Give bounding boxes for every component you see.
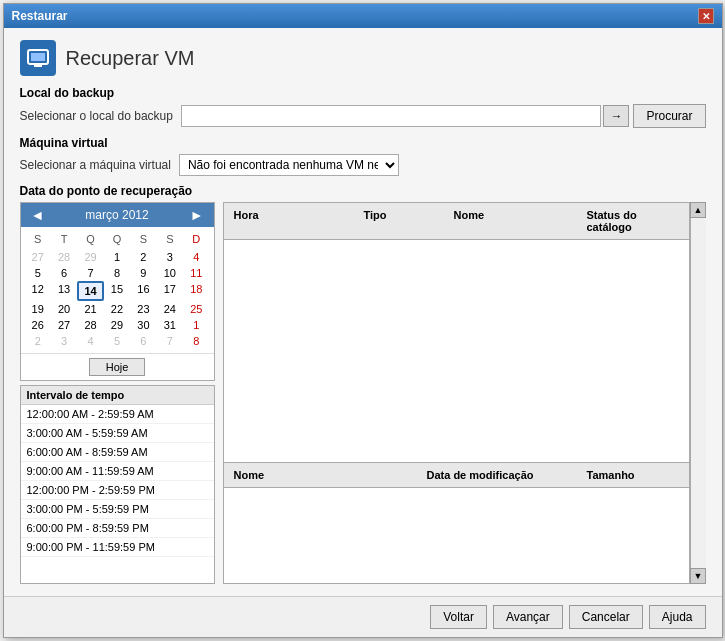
cal-day[interactable]: 29: [77, 249, 103, 265]
list-item[interactable]: 12:00:00 PM - 2:59:59 PM: [21, 481, 214, 500]
cal-day[interactable]: 16: [130, 281, 156, 301]
cal-day[interactable]: 12: [25, 281, 51, 301]
backup-section-label: Local do backup: [20, 86, 706, 100]
list-item[interactable]: 6:00:00 AM - 8:59:59 AM: [21, 443, 214, 462]
today-button[interactable]: Hoje: [89, 358, 146, 376]
cal-day[interactable]: 7: [157, 333, 183, 349]
day-header-s2: S: [130, 231, 156, 247]
right-panel: Hora Tipo Nome Status do catálogo Nome D…: [223, 202, 690, 584]
prev-month-button[interactable]: ◄: [27, 207, 49, 223]
cal-week-6: 2 3 4 5 6 7 8: [25, 333, 210, 349]
dialog: Restaurar ✕ Recuperar VM Local do backup…: [3, 3, 723, 638]
list-item[interactable]: 9:00:00 PM - 11:59:59 PM: [21, 538, 214, 557]
scrollbar-track: [691, 218, 706, 568]
cal-day[interactable]: 4: [77, 333, 103, 349]
cal-week-2: 5 6 7 8 9 10 11: [25, 265, 210, 281]
cal-day[interactable]: 11: [183, 265, 209, 281]
footer: Voltar Avançar Cancelar Ajuda: [4, 596, 722, 637]
cal-day[interactable]: 10: [157, 265, 183, 281]
recovery-body: ◄ março 2012 ► S T Q Q S S D: [20, 202, 706, 584]
list-item[interactable]: 3:00:00 AM - 5:59:59 AM: [21, 424, 214, 443]
lower-table-header: Nome Data de modificação Tamanho: [224, 463, 689, 488]
list-item[interactable]: 12:00:00 AM - 2:59:59 AM: [21, 405, 214, 424]
cal-day[interactable]: 1: [104, 249, 130, 265]
col-tipo: Tipo: [360, 207, 450, 235]
cal-day[interactable]: 27: [25, 249, 51, 265]
cal-day[interactable]: 8: [104, 265, 130, 281]
list-item[interactable]: 9:00:00 AM - 11:59:59 AM: [21, 462, 214, 481]
cal-day[interactable]: 9: [130, 265, 156, 281]
cal-day[interactable]: 3: [51, 333, 77, 349]
next-month-button[interactable]: ►: [186, 207, 208, 223]
day-header-d: D: [183, 231, 209, 247]
next-button[interactable]: Avançar: [493, 605, 563, 629]
cal-day[interactable]: 20: [51, 301, 77, 317]
calendar-header: ◄ março 2012 ►: [21, 203, 214, 227]
upper-table-header: Hora Tipo Nome Status do catálogo: [224, 203, 689, 240]
vm-icon: [20, 40, 56, 76]
calendar-grid: S T Q Q S S D 27 28 29: [21, 227, 214, 353]
calendar-day-headers: S T Q Q S S D: [25, 231, 210, 247]
cal-day[interactable]: 27: [51, 317, 77, 333]
cal-day[interactable]: 21: [77, 301, 103, 317]
cal-day[interactable]: 25: [183, 301, 209, 317]
cal-day[interactable]: 30: [130, 317, 156, 333]
right-panel-wrapper: Hora Tipo Nome Status do catálogo Nome D…: [223, 202, 706, 584]
cal-day[interactable]: 23: [130, 301, 156, 317]
cal-day[interactable]: 3: [157, 249, 183, 265]
vm-row: Selecionar a máquina virtual Não foi enc…: [20, 154, 706, 176]
page-header: Recuperar VM: [20, 40, 706, 76]
upper-table-body: [224, 240, 689, 462]
interval-header: Intervalo de tempo: [21, 386, 214, 405]
day-header-s3: S: [157, 231, 183, 247]
main-content: Recuperar VM Local do backup Selecionar …: [4, 28, 722, 596]
right-scrollbar: ▲ ▼: [690, 202, 706, 584]
cal-day[interactable]: 1: [183, 317, 209, 333]
cal-day[interactable]: 8: [183, 333, 209, 349]
cal-day[interactable]: 24: [157, 301, 183, 317]
back-button[interactable]: Voltar: [430, 605, 487, 629]
browse-button[interactable]: Procurar: [633, 104, 705, 128]
vm-select[interactable]: Não foi encontrada nenhuma VM neste des: [179, 154, 399, 176]
backup-path-input[interactable]: [181, 105, 602, 127]
cal-day-today[interactable]: 14: [77, 281, 103, 301]
cal-day[interactable]: 5: [104, 333, 130, 349]
cal-day[interactable]: 4: [183, 249, 209, 265]
cal-week-4: 19 20 21 22 23 24 25: [25, 301, 210, 317]
cal-day[interactable]: 31: [157, 317, 183, 333]
cal-day[interactable]: 26: [25, 317, 51, 333]
col-status: Status do catálogo: [583, 207, 683, 235]
scroll-up-button[interactable]: ▲: [690, 202, 706, 218]
cal-day[interactable]: 2: [130, 249, 156, 265]
cal-day[interactable]: 6: [130, 333, 156, 349]
cal-day[interactable]: 28: [77, 317, 103, 333]
cal-day[interactable]: 22: [104, 301, 130, 317]
col-hora: Hora: [230, 207, 360, 235]
list-item[interactable]: 6:00:00 PM - 8:59:59 PM: [21, 519, 214, 538]
lower-table-body: [224, 488, 689, 583]
cal-day[interactable]: 13: [51, 281, 77, 301]
cal-week-3: 12 13 14 15 16 17 18: [25, 281, 210, 301]
cal-day[interactable]: 28: [51, 249, 77, 265]
cal-day[interactable]: 6: [51, 265, 77, 281]
scroll-down-button[interactable]: ▼: [690, 568, 706, 584]
calendar: ◄ março 2012 ► S T Q Q S S D: [20, 202, 215, 381]
cal-day[interactable]: 5: [25, 265, 51, 281]
list-item[interactable]: 3:00:00 PM - 5:59:59 PM: [21, 500, 214, 519]
cancel-button[interactable]: Cancelar: [569, 605, 643, 629]
cal-day[interactable]: 19: [25, 301, 51, 317]
help-button[interactable]: Ajuda: [649, 605, 706, 629]
cal-day[interactable]: 29: [104, 317, 130, 333]
cal-day[interactable]: 15: [104, 281, 130, 301]
left-panel: ◄ março 2012 ► S T Q Q S S D: [20, 202, 215, 584]
cal-day[interactable]: 18: [183, 281, 209, 301]
cal-day[interactable]: 7: [77, 265, 103, 281]
time-intervals-panel: Intervalo de tempo 12:00:00 AM - 2:59:59…: [20, 385, 215, 584]
dialog-title: Restaurar: [12, 9, 68, 23]
title-bar: Restaurar ✕: [4, 4, 722, 28]
cal-day[interactable]: 2: [25, 333, 51, 349]
backup-arrow-button[interactable]: →: [603, 105, 629, 127]
arrow-icon: →: [610, 109, 622, 123]
cal-day[interactable]: 17: [157, 281, 183, 301]
close-button[interactable]: ✕: [698, 8, 714, 24]
